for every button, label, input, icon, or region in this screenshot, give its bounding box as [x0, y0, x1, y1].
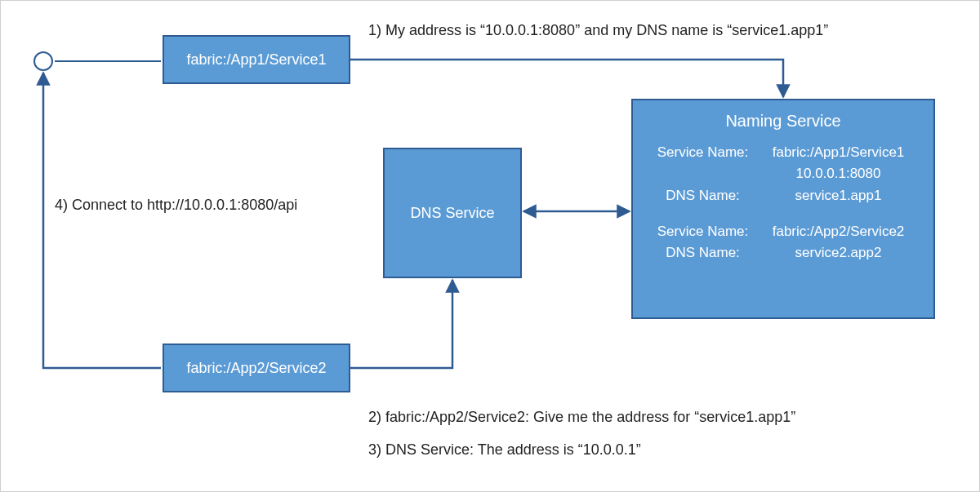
naming-row: 10.0.0.1:8080 [648, 163, 919, 184]
naming-key: Service Name: [648, 142, 758, 163]
naming-row: Service Name: fabric:/App1/Service1 [648, 142, 919, 163]
naming-row: DNS Name: service2.app2 [648, 242, 919, 264]
step3-label: 3) DNS Service: The address is “10.0.0.1… [368, 441, 641, 459]
box-service2: fabric:/App2/Service2 [163, 344, 350, 392]
box-label: fabric:/App1/Service1 [186, 51, 326, 69]
start-node [33, 51, 53, 71]
diagram-canvas: fabric:/App1/Service1 DNS Service Naming… [0, 0, 980, 492]
box-label: fabric:/App2/Service2 [186, 360, 326, 377]
naming-key: Service Name: [648, 221, 758, 242]
naming-key [648, 163, 758, 184]
naming-value: service1.app1 [758, 185, 919, 206]
naming-row: Service Name: fabric:/App2/Service2 [648, 221, 919, 242]
box-label: DNS Service [410, 205, 494, 222]
naming-value: service2.app2 [758, 242, 919, 264]
step4-label: 4) Connect to http://10.0.0.1:8080/api [55, 197, 297, 214]
naming-title: Naming Service [725, 112, 840, 131]
step1-label: 1) My address is “10.0.0.1:8080” and my … [368, 22, 828, 39]
box-service1: fabric:/App1/Service1 [163, 35, 350, 84]
naming-value: fabric:/App1/Service1 [758, 142, 919, 163]
step2-label: 2) fabric:/App2/Service2: Give me the ad… [368, 409, 795, 426]
naming-key: DNS Name: [648, 242, 758, 264]
box-naming: Naming Service Service Name: fabric:/App… [631, 99, 935, 319]
naming-key: DNS Name: [648, 185, 758, 206]
naming-value: 10.0.0.1:8080 [758, 163, 919, 184]
box-dns: DNS Service [383, 148, 522, 278]
naming-row: DNS Name: service1.app1 [648, 185, 919, 206]
naming-value: fabric:/App2/Service2 [758, 221, 919, 242]
